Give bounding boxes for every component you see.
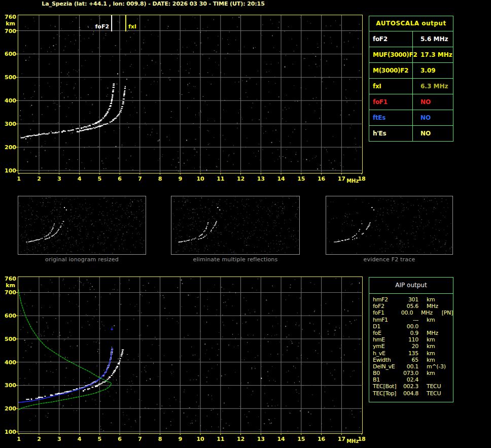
parameter-name: foF2 — [373, 303, 400, 309]
series-x-mode-echo-trace — [77, 86, 126, 132]
thumbnail-noise — [327, 197, 452, 254]
parameter-unit: km — [427, 317, 449, 323]
parameter-name: hmE — [373, 336, 400, 343]
svg-text:300: 300 — [5, 382, 16, 389]
marker-fof2: foF2 — [95, 15, 112, 31]
svg-text:10: 10 — [196, 176, 204, 182]
parameter-unit: km — [427, 357, 449, 363]
ionogram-plot-top: 123456789101112131415161718MHz7607006005… — [0, 10, 373, 188]
svg-text:17: 17 — [338, 176, 345, 182]
plot-border — [18, 15, 363, 174]
autoscala-window: La_Spezia (lat: +44.1 , lon: 009.8) - DA… — [0, 0, 491, 448]
svg-text:4: 4 — [78, 176, 82, 182]
parameter-name: TEC[Bot] — [373, 383, 400, 390]
parameter-flag: [PN] — [442, 309, 453, 316]
svg-text:6: 6 — [118, 176, 122, 182]
aip-table-rows: hmF2301kmfoF205.6MHzfoF100.0MHz[PN]hmF1-… — [369, 294, 453, 397]
aip-table-header: AIP output — [369, 278, 453, 294]
axis-labels: 123456789101112131415161718MHz7607006005… — [5, 275, 366, 444]
parameter-unit: km — [427, 370, 449, 376]
parameter-value: 02.4 — [400, 376, 418, 383]
parameter-name: foF1 — [369, 94, 413, 110]
stray-point — [111, 328, 113, 330]
plot-border — [18, 277, 363, 434]
parameter-name: TEC[Top] — [373, 390, 400, 397]
thumbnail-border — [171, 196, 300, 255]
thumbnail-noise — [172, 197, 298, 253]
parameter-unit: MHz — [421, 309, 441, 316]
parameter-value: NO — [413, 126, 453, 141]
parameter-unit: m^(-3) — [427, 363, 449, 370]
svg-text:700: 700 — [5, 28, 16, 35]
svg-text:18: 18 — [358, 436, 365, 442]
svg-text:12: 12 — [237, 176, 244, 182]
stray-point — [25, 139, 26, 140]
svg-text:MHz: MHz — [346, 438, 359, 444]
aip-row: foF205.6MHz — [373, 303, 453, 309]
parameter-unit: km — [427, 336, 449, 343]
svg-text:8: 8 — [158, 436, 162, 442]
thumbnail-caption: evidence F2 trace — [326, 256, 453, 263]
svg-text:600: 600 — [5, 51, 16, 57]
parameter-name: h'Es — [369, 126, 413, 141]
svg-text:300: 300 — [5, 121, 16, 127]
parameter-unit: km — [427, 296, 449, 303]
parameter-unit: MHz — [427, 330, 449, 336]
svg-text:foF2: foF2 — [95, 23, 110, 30]
parameter-name: ftEs — [369, 110, 413, 125]
svg-text:1: 1 — [17, 436, 21, 442]
parameter-unit: km — [427, 350, 449, 357]
aip-row: h_vE135km — [373, 350, 453, 357]
axis-labels: 123456789101112131415161718MHz7607006005… — [5, 14, 366, 184]
autoscala-row: foF25.6 MHz — [369, 31, 453, 47]
autoscala-table-rows: foF25.6 MHzMUF(3000)F217.3 MHzM(3000)F23… — [369, 31, 453, 141]
svg-text:4: 4 — [78, 436, 82, 442]
thumbnail-evidence-f2-trace — [326, 196, 453, 255]
parameter-value: 004.8 — [400, 390, 418, 397]
parameter-value: 5.6 MHz — [413, 31, 453, 47]
aip-row: hmF2301km — [373, 296, 453, 303]
svg-text:400: 400 — [5, 97, 16, 104]
parameter-value: 135 — [400, 350, 418, 357]
svg-text:600: 600 — [5, 313, 16, 319]
svg-text:14: 14 — [277, 176, 285, 182]
svg-text:100: 100 — [5, 167, 16, 174]
parameter-name: D1 — [373, 323, 400, 330]
autoscala-table-header: AUTOSCALA output — [369, 16, 453, 31]
autoscala-row: h'EsNO — [369, 126, 453, 141]
parameter-value: NO — [413, 94, 453, 110]
svg-text:200: 200 — [5, 144, 16, 151]
svg-text:400: 400 — [5, 359, 16, 366]
svg-text:MHz: MHz — [346, 178, 359, 184]
parameter-unit: MHz — [427, 303, 449, 309]
marker-fxi: fxI — [126, 15, 136, 31]
parameter-name: foE — [373, 330, 400, 336]
parameter-value: 110 — [400, 336, 418, 343]
svg-text:7: 7 — [138, 436, 142, 442]
svg-text:16: 16 — [318, 176, 326, 182]
svg-text:13: 13 — [257, 176, 265, 182]
parameter-value: 20 — [400, 343, 418, 350]
svg-text:10: 10 — [196, 436, 204, 442]
svg-text:3: 3 — [57, 176, 61, 182]
svg-text:5: 5 — [97, 176, 101, 182]
aip-row: D100.0 — [373, 323, 453, 330]
parameter-value: 05.6 — [400, 303, 418, 309]
parameter-name: M(3000)F2 — [369, 63, 413, 78]
parameter-value: 17.3 MHz — [413, 47, 453, 62]
svg-text:km: km — [6, 282, 15, 289]
autoscala-row: M(3000)F23.09 — [369, 63, 453, 79]
parameter-value: 00.0 — [400, 323, 418, 330]
aip-row: B102.4 — [373, 376, 453, 383]
thumbnail-eliminate-reflections — [171, 196, 300, 255]
svg-text:700: 700 — [5, 289, 16, 296]
svg-text:2: 2 — [37, 176, 41, 182]
parameter-value: 00.0 — [397, 309, 413, 316]
ionogram-plot-bottom: 123456789101112131415161718MHz7607006005… — [0, 272, 373, 448]
aip-output-table: AIP output hmF2301kmfoF205.6MHzfoF100.0M… — [369, 277, 453, 402]
svg-text:500: 500 — [5, 74, 16, 81]
svg-text:760: 760 — [5, 14, 16, 20]
svg-text:12: 12 — [237, 436, 244, 442]
autoscala-output-table: AUTOSCALA output foF25.6 MHzMUF(3000)F21… — [369, 16, 453, 142]
thumbnail-border — [326, 196, 453, 255]
